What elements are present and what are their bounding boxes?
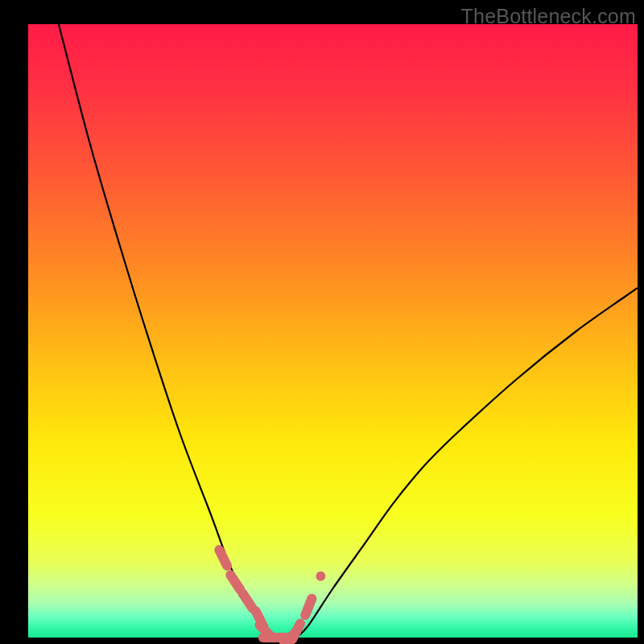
- bottleneck-marker: [230, 575, 240, 589]
- chart-root: TheBottleneck.com: [0, 0, 644, 644]
- curve-left-arm: [59, 24, 266, 638]
- watermark-label: TheBottleneck.com: [461, 5, 636, 28]
- bottleneck-marker: [292, 624, 300, 640]
- plot-svg: [0, 0, 644, 644]
- bottleneck-marker: [219, 550, 227, 566]
- bottleneck-marker: [305, 599, 312, 615]
- bottleneck-marker: [242, 593, 252, 608]
- curve-right-arm: [296, 288, 638, 638]
